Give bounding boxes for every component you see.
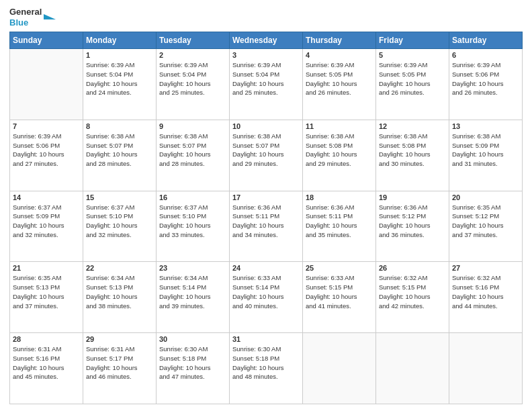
sun-info: Sunrise: 6:39 AMSunset: 5:04 PMDaylight:… (232, 60, 300, 97)
svg-marker-0 (44, 14, 56, 19)
calendar-day-cell: 5Sunrise: 6:39 AMSunset: 5:05 PMDaylight… (376, 49, 449, 120)
day-number: 2 (159, 51, 226, 59)
logo-text: General Blue (9, 7, 56, 28)
calendar-day-cell: 13Sunrise: 6:38 AMSunset: 5:09 PMDayligh… (449, 120, 523, 191)
sun-info: Sunrise: 6:38 AMSunset: 5:08 PMDaylight:… (379, 132, 446, 169)
calendar-day-cell (303, 333, 376, 404)
sun-info: Sunrise: 6:32 AMSunset: 5:16 PMDaylight:… (452, 273, 519, 310)
calendar-week-row: 14Sunrise: 6:37 AMSunset: 5:09 PMDayligh… (10, 191, 523, 262)
day-number: 29 (86, 335, 153, 343)
calendar-day-cell: 11Sunrise: 6:38 AMSunset: 5:08 PMDayligh… (303, 120, 376, 191)
calendar-day-cell: 20Sunrise: 6:35 AMSunset: 5:12 PMDayligh… (449, 191, 523, 262)
calendar-day-cell: 7Sunrise: 6:39 AMSunset: 5:06 PMDaylight… (10, 120, 83, 191)
weekday-header: Monday (83, 32, 157, 49)
sun-info: Sunrise: 6:31 AMSunset: 5:17 PMDaylight:… (86, 345, 153, 381)
calendar-day-cell: 31Sunrise: 6:30 AMSunset: 5:18 PMDayligh… (230, 333, 303, 404)
day-number: 7 (13, 122, 80, 130)
day-number: 25 (306, 264, 373, 272)
sun-info: Sunrise: 6:37 AMSunset: 5:09 PMDaylight:… (13, 203, 80, 240)
day-number: 19 (379, 193, 446, 201)
calendar-day-cell: 30Sunrise: 6:30 AMSunset: 5:18 PMDayligh… (157, 333, 230, 404)
day-number: 22 (86, 264, 153, 272)
day-number: 14 (13, 193, 80, 201)
day-number: 1 (86, 51, 153, 59)
sun-info: Sunrise: 6:38 AMSunset: 5:07 PMDaylight:… (232, 132, 300, 169)
sun-info: Sunrise: 6:39 AMSunset: 5:04 PMDaylight:… (86, 60, 153, 97)
sun-info: Sunrise: 6:39 AMSunset: 5:05 PMDaylight:… (306, 60, 373, 97)
sun-info: Sunrise: 6:39 AMSunset: 5:06 PMDaylight:… (13, 132, 80, 169)
calendar-day-cell: 9Sunrise: 6:38 AMSunset: 5:07 PMDaylight… (157, 120, 230, 191)
logo-bird-icon (44, 10, 56, 25)
sun-info: Sunrise: 6:38 AMSunset: 5:09 PMDaylight:… (452, 132, 519, 169)
weekday-header: Saturday (449, 32, 523, 49)
calendar-day-cell: 8Sunrise: 6:38 AMSunset: 5:07 PMDaylight… (83, 120, 157, 191)
day-number: 21 (13, 264, 80, 272)
sun-info: Sunrise: 6:33 AMSunset: 5:14 PMDaylight:… (232, 273, 300, 310)
calendar-day-cell: 3Sunrise: 6:39 AMSunset: 5:04 PMDaylight… (230, 49, 303, 120)
sun-info: Sunrise: 6:36 AMSunset: 5:11 PMDaylight:… (232, 203, 300, 240)
day-number: 27 (452, 264, 519, 272)
sun-info: Sunrise: 6:38 AMSunset: 5:07 PMDaylight:… (86, 132, 153, 169)
weekday-header: Friday (376, 32, 449, 49)
calendar-header: SundayMondayTuesdayWednesdayThursdayFrid… (10, 32, 523, 49)
calendar-day-cell: 28Sunrise: 6:31 AMSunset: 5:16 PMDayligh… (10, 333, 83, 404)
day-number: 3 (232, 51, 300, 59)
sun-info: Sunrise: 6:36 AMSunset: 5:11 PMDaylight:… (306, 203, 373, 240)
day-number: 15 (86, 193, 153, 201)
calendar-day-cell: 19Sunrise: 6:36 AMSunset: 5:12 PMDayligh… (376, 191, 449, 262)
calendar-day-cell: 25Sunrise: 6:33 AMSunset: 5:15 PMDayligh… (303, 262, 376, 333)
day-number: 17 (232, 193, 300, 201)
calendar-week-row: 21Sunrise: 6:35 AMSunset: 5:13 PMDayligh… (10, 262, 523, 333)
calendar-table: SundayMondayTuesdayWednesdayThursdayFrid… (9, 32, 523, 404)
day-number: 12 (379, 122, 446, 130)
calendar-week-row: 1Sunrise: 6:39 AMSunset: 5:04 PMDaylight… (10, 49, 523, 120)
calendar-day-cell: 10Sunrise: 6:38 AMSunset: 5:07 PMDayligh… (230, 120, 303, 191)
sun-info: Sunrise: 6:39 AMSunset: 5:06 PMDaylight:… (452, 60, 519, 97)
day-number: 5 (379, 51, 446, 59)
day-number: 4 (306, 51, 373, 59)
sun-info: Sunrise: 6:38 AMSunset: 5:07 PMDaylight:… (159, 132, 226, 169)
sun-info: Sunrise: 6:30 AMSunset: 5:18 PMDaylight:… (232, 345, 300, 381)
calendar-day-cell: 1Sunrise: 6:39 AMSunset: 5:04 PMDaylight… (83, 49, 157, 120)
calendar-day-cell: 17Sunrise: 6:36 AMSunset: 5:11 PMDayligh… (230, 191, 303, 262)
calendar-week-row: 7Sunrise: 6:39 AMSunset: 5:06 PMDaylight… (10, 120, 523, 191)
calendar-day-cell: 6Sunrise: 6:39 AMSunset: 5:06 PMDaylight… (449, 49, 523, 120)
day-number: 16 (159, 193, 226, 201)
calendar-day-cell: 21Sunrise: 6:35 AMSunset: 5:13 PMDayligh… (10, 262, 83, 333)
calendar-day-cell: 26Sunrise: 6:32 AMSunset: 5:15 PMDayligh… (376, 262, 449, 333)
calendar-day-cell: 14Sunrise: 6:37 AMSunset: 5:09 PMDayligh… (10, 191, 83, 262)
weekday-header: Tuesday (157, 32, 230, 49)
calendar-day-cell: 24Sunrise: 6:33 AMSunset: 5:14 PMDayligh… (230, 262, 303, 333)
calendar-day-cell: 29Sunrise: 6:31 AMSunset: 5:17 PMDayligh… (83, 333, 157, 404)
calendar-day-cell (449, 333, 523, 404)
page-header: General Blue (9, 7, 523, 28)
sun-info: Sunrise: 6:35 AMSunset: 5:12 PMDaylight:… (452, 203, 519, 240)
day-number: 30 (159, 335, 226, 343)
day-number: 26 (379, 264, 446, 272)
calendar-day-cell: 23Sunrise: 6:34 AMSunset: 5:14 PMDayligh… (157, 262, 230, 333)
logo: General Blue (9, 7, 56, 28)
sun-info: Sunrise: 6:30 AMSunset: 5:18 PMDaylight:… (159, 345, 226, 381)
calendar-day-cell: 2Sunrise: 6:39 AMSunset: 5:04 PMDaylight… (157, 49, 230, 120)
day-number: 11 (306, 122, 373, 130)
calendar-day-cell: 15Sunrise: 6:37 AMSunset: 5:10 PMDayligh… (83, 191, 157, 262)
day-number: 8 (86, 122, 153, 130)
weekday-header: Sunday (10, 32, 83, 49)
calendar-week-row: 28Sunrise: 6:31 AMSunset: 5:16 PMDayligh… (10, 333, 523, 404)
day-number: 24 (232, 264, 300, 272)
sun-info: Sunrise: 6:35 AMSunset: 5:13 PMDaylight:… (13, 273, 80, 310)
sun-info: Sunrise: 6:31 AMSunset: 5:16 PMDaylight:… (13, 345, 80, 381)
calendar-day-cell: 4Sunrise: 6:39 AMSunset: 5:05 PMDaylight… (303, 49, 376, 120)
sun-info: Sunrise: 6:34 AMSunset: 5:14 PMDaylight:… (159, 273, 226, 310)
day-number: 10 (232, 122, 300, 130)
calendar-day-cell: 22Sunrise: 6:34 AMSunset: 5:13 PMDayligh… (83, 262, 157, 333)
day-number: 28 (13, 335, 80, 343)
sun-info: Sunrise: 6:36 AMSunset: 5:12 PMDaylight:… (379, 203, 446, 240)
sun-info: Sunrise: 6:39 AMSunset: 5:04 PMDaylight:… (159, 60, 226, 97)
day-number: 23 (159, 264, 226, 272)
sun-info: Sunrise: 6:33 AMSunset: 5:15 PMDaylight:… (306, 273, 373, 310)
sun-info: Sunrise: 6:37 AMSunset: 5:10 PMDaylight:… (159, 203, 226, 240)
calendar-day-cell (376, 333, 449, 404)
calendar-day-cell: 27Sunrise: 6:32 AMSunset: 5:16 PMDayligh… (449, 262, 523, 333)
sun-info: Sunrise: 6:39 AMSunset: 5:05 PMDaylight:… (379, 60, 446, 97)
